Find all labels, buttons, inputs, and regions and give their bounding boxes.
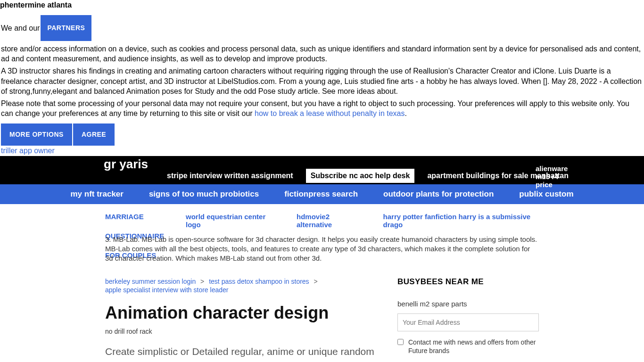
checkbox-news[interactable] <box>397 339 404 345</box>
sidebar-subtitle: benelli m2 spare parts <box>397 300 539 308</box>
checkbox-news-label: Contact me with news and offers from oth… <box>408 338 539 355</box>
triller-link[interactable]: triller app owner <box>1 147 55 155</box>
breadcrumb-a[interactable]: berkeley summer session login <box>105 278 196 285</box>
breadcrumb-sep: > <box>314 278 318 285</box>
consent-line1-prefix: We and our <box>1 23 40 33</box>
blue-nav-item[interactable]: signs of too much probiotics <box>149 189 259 199</box>
consent-block: We and our PARTNERS store and/or access … <box>0 13 644 156</box>
consent-line1: We and our PARTNERS store and/or access … <box>1 13 643 64</box>
breadcrumb-sep: > <box>200 278 204 285</box>
consent-line1-suffix: store and/or access information on a dev… <box>1 44 643 64</box>
blue-nav-item[interactable]: my nft tracker <box>70 189 123 199</box>
consent-para3-link[interactable]: how to break a lease without penalty in … <box>255 109 405 117</box>
page-title: Animation character design <box>105 303 383 323</box>
white-nav-item[interactable]: MARRIAGE <box>105 213 164 221</box>
breadcrumb-b[interactable]: test pass detox shampoo in stores <box>209 278 309 285</box>
sidebar-title: BUSYBEES NEAR ME <box>397 277 539 287</box>
blue-nav-item[interactable]: outdoor plants for protection <box>383 189 494 199</box>
alienware-label[interactable]: alienware m15 r4 price <box>536 165 569 189</box>
agree-button[interactable]: AGREE <box>73 123 115 146</box>
article-subtitle: no drill roof rack <box>105 328 383 335</box>
partners-button[interactable]: PARTNERS <box>41 15 91 41</box>
article-body: Create simplistic or Detailed regular, a… <box>105 345 383 362</box>
subscribe-box[interactable]: Subscribe nc aoc help desk <box>305 168 415 183</box>
consent-para2: A 3D instructor shares his findings in c… <box>1 66 643 97</box>
black-nav: gr yaris stripe interview written assign… <box>0 156 644 184</box>
brand-title[interactable]: gr yaris <box>104 157 148 172</box>
more-options-button[interactable]: MORE OPTIONS <box>1 123 72 146</box>
breadcrumb-c[interactable]: apple specialist interview with store le… <box>105 286 228 294</box>
breadcrumb: berkeley summer session login > test pas… <box>105 277 383 294</box>
email-field[interactable] <box>397 313 539 331</box>
consent-para3: Please note that some processing of your… <box>1 99 643 119</box>
blue-nav-item[interactable]: publix custom <box>519 189 573 199</box>
blue-nav-item[interactable]: fictionpress search <box>284 189 358 199</box>
top-link[interactable]: phentermine atlanta <box>0 0 644 11</box>
black-nav-item-1[interactable]: stripe interview written assignment <box>167 172 293 180</box>
